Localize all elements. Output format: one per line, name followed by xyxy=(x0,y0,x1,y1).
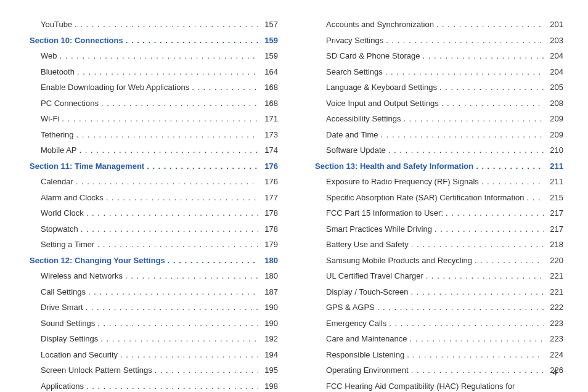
toc-entry[interactable]: Software Update210 xyxy=(315,144,563,157)
toc-entry[interactable]: Calendar176 xyxy=(30,176,278,188)
toc-entry[interactable]: Screen Unlock Pattern Settings195 xyxy=(30,364,278,377)
toc-entry[interactable]: SD Card & Phone Storage204 xyxy=(315,50,563,62)
toc-entry[interactable]: YouTube157 xyxy=(30,18,278,31)
toc-entry[interactable]: Applications198 xyxy=(30,380,278,393)
toc-entry-page: 211 xyxy=(546,176,563,188)
toc-entry-page: 187 xyxy=(261,286,278,298)
toc-entry[interactable]: Display / Touch-Screen221 xyxy=(315,286,563,298)
toc-entry-page: 180 xyxy=(261,270,278,282)
toc-entry[interactable]: Alarm and Clocks177 xyxy=(30,192,278,204)
toc-entry-label: Specific Absorption Rate (SAR) Certifica… xyxy=(326,192,525,204)
toc-entry-label: Stopwatch xyxy=(41,223,78,235)
toc-leader-dots xyxy=(422,50,544,62)
toc-section-heading[interactable]: Section 13: Health and Safety Informatio… xyxy=(315,160,563,173)
toc-entry-page: 223 xyxy=(546,333,563,345)
toc-entry[interactable]: Accessibility Settings209 xyxy=(315,113,563,125)
toc-entry[interactable]: Mobile AP174 xyxy=(30,144,278,157)
toc-entry-label: Emergency Calls xyxy=(326,317,386,330)
toc-leader-dots xyxy=(385,66,544,78)
toc-entry[interactable]: Stopwatch178 xyxy=(30,223,278,235)
toc-entry-page: 217 xyxy=(546,207,563,219)
toc-leader-dots xyxy=(439,81,544,94)
toc-entry[interactable]: Battery Use and Safety218 xyxy=(315,239,563,251)
toc-entry[interactable]: Date and Time209 xyxy=(315,129,563,141)
toc-entry-label: Call Settings xyxy=(41,286,86,298)
toc-entry[interactable]: Bluetooth164 xyxy=(30,66,278,78)
toc-entry-label: GPS & AGPS xyxy=(326,301,375,314)
toc-leader-dots xyxy=(97,317,258,330)
toc-entry-label: Software Update xyxy=(326,144,386,157)
toc-entry[interactable]: Care and Maintenance223 xyxy=(315,333,563,345)
toc-entry[interactable]: FCC Hearing Aid Compatibility (HAC) Regu… xyxy=(315,380,563,393)
toc-entry-page: 215 xyxy=(546,192,563,204)
toc-entry-label: Drive Smart xyxy=(41,301,83,314)
toc-section-page: 180 xyxy=(261,255,278,267)
toc-section-heading[interactable]: Section 11: Time Management176 xyxy=(30,160,278,173)
toc-entry-label: Operating Environment xyxy=(326,364,409,377)
toc-entry[interactable]: World Clock178 xyxy=(30,207,278,219)
toc-leader-dots xyxy=(426,270,544,282)
toc-leader-dots xyxy=(155,364,258,377)
toc-entry[interactable]: Setting a Timer179 xyxy=(30,239,278,251)
toc-leader-dots xyxy=(86,207,258,219)
toc-entry-page: 159 xyxy=(261,50,278,62)
toc-entry-label: Wi-Fi xyxy=(41,113,59,125)
toc-entry-page: 178 xyxy=(261,207,278,219)
toc-entry[interactable]: Wi-Fi171 xyxy=(30,113,278,125)
toc-entry-page: 221 xyxy=(546,286,563,298)
toc-entry-page: 220 xyxy=(546,255,563,267)
toc-entry[interactable]: Tethering173 xyxy=(30,129,278,141)
toc-entry-page: 224 xyxy=(546,349,563,361)
toc-entry-page: 168 xyxy=(261,97,278,110)
toc-entry[interactable]: Privacy Settings203 xyxy=(315,35,563,47)
toc-entry[interactable]: Sound Settings190 xyxy=(30,317,278,330)
toc-entry-label: Voice Input and Output Settings xyxy=(326,97,439,110)
toc-entry-label: Enable Downloading for Web Applications xyxy=(41,81,189,94)
toc-leader-dots xyxy=(476,160,544,173)
toc-entry[interactable]: UL Certified Travel Charger221 xyxy=(315,270,563,282)
toc-entry[interactable]: Samsung Mobile Products and Recycling220 xyxy=(315,255,563,267)
toc-entry[interactable]: Smart Practices While Driving217 xyxy=(315,223,563,235)
toc-entry[interactable]: FCC Part 15 Information to User:217 xyxy=(315,207,563,219)
toc-leader-dots xyxy=(76,129,258,141)
toc-entry[interactable]: GPS & AGPS222 xyxy=(315,301,563,314)
toc-entry-label: Accounts and Synchronization xyxy=(326,18,434,31)
toc-entry-page: 217 xyxy=(546,223,563,235)
toc-entry-label: Exposure to Radio Frequency (RF) Signals xyxy=(326,176,479,188)
toc-leader-dots xyxy=(125,270,258,282)
toc-entry-page: 198 xyxy=(261,380,278,393)
toc-entry-label: Calendar xyxy=(41,176,73,188)
toc-entry[interactable]: Responsible Listening224 xyxy=(315,349,563,361)
toc-entry-page: 194 xyxy=(261,349,278,361)
toc-entry[interactable]: Location and Security194 xyxy=(30,349,278,361)
toc-entry[interactable]: Display Settings192 xyxy=(30,333,278,345)
toc-section-heading[interactable]: Section 10: Connections159 xyxy=(30,35,278,47)
toc-leader-dots xyxy=(147,160,258,173)
toc-leader-dots xyxy=(106,192,258,204)
toc-entry-page: 178 xyxy=(261,223,278,235)
toc-entry[interactable]: Web159 xyxy=(30,50,278,62)
toc-entry-page: 210 xyxy=(546,144,563,157)
toc-entry[interactable]: Language & Keyboard Settings205 xyxy=(315,81,563,94)
toc-section-page: 211 xyxy=(546,160,563,173)
toc-entry[interactable]: Accounts and Synchronization201 xyxy=(315,18,563,31)
toc-entry[interactable]: PC Connections168 xyxy=(30,97,278,110)
toc-entry-page: 208 xyxy=(546,97,563,110)
toc-entry[interactable]: Search Settings204 xyxy=(315,66,563,78)
toc-section-label: Section 10: Connections xyxy=(30,35,123,47)
toc-entry-page: 190 xyxy=(261,317,278,330)
toc-entry[interactable]: Exposure to Radio Frequency (RF) Signals… xyxy=(315,176,563,188)
toc-leader-dots xyxy=(75,18,258,31)
toc-entry-page: 177 xyxy=(261,192,278,204)
toc-entry[interactable]: Emergency Calls223 xyxy=(315,317,563,330)
toc-leader-dots xyxy=(410,286,544,298)
toc-entry[interactable]: Wireless and Networks180 xyxy=(30,270,278,282)
toc-entry-page: 192 xyxy=(261,333,278,345)
toc-entry[interactable]: Voice Input and Output Settings208 xyxy=(315,97,563,110)
toc-entry[interactable]: Operating Environment226 xyxy=(315,364,563,377)
toc-entry[interactable]: Specific Absorption Rate (SAR) Certifica… xyxy=(315,192,563,204)
toc-entry[interactable]: Drive Smart190 xyxy=(30,301,278,314)
toc-entry[interactable]: Enable Downloading for Web Applications1… xyxy=(30,81,278,94)
toc-entry[interactable]: Call Settings187 xyxy=(30,286,278,298)
toc-section-heading[interactable]: Section 12: Changing Your Settings180 xyxy=(30,255,278,267)
